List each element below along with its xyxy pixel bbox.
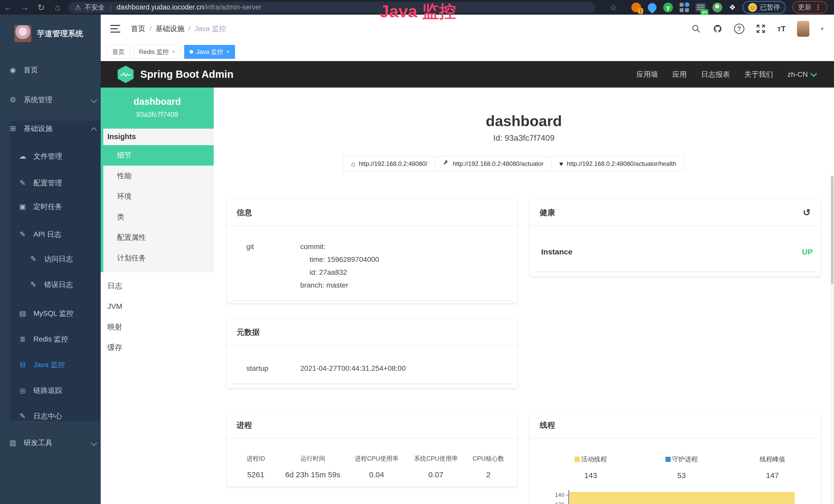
annotation-java-monitor: Java 监控: [380, 0, 456, 23]
sba-item-mappings[interactable]: 映射: [101, 317, 214, 337]
sidebar-item-system[interactable]: ⚙系统管理: [0, 91, 108, 109]
threads-chart-plot: [568, 490, 795, 504]
sidebar-item-infra[interactable]: ⊞基础设施: [0, 119, 108, 138]
url-host[interactable]: dashboard.yudao.iocoder.cn: [117, 3, 204, 11]
address-bar[interactable]: ⚠ 不安全 | dashboard.yudao.iocoder.cn/infra…: [68, 2, 595, 13]
metadata-key: startup: [246, 362, 300, 375]
content-scrollbar[interactable]: [830, 175, 834, 504]
sba-nav-wallboard[interactable]: 应用墙: [636, 70, 658, 79]
sidebar-item-dev-tools[interactable]: ▥研发工具: [0, 434, 108, 452]
page-header: 首页 / 基础设施 / Java 监控 ? тT ▾: [101, 15, 834, 43]
app-title: 芋道管理系统: [37, 28, 83, 39]
update-label: 更新: [798, 3, 811, 12]
extension-y-icon[interactable]: y: [663, 3, 673, 12]
sba-nav-applications[interactable]: 应用: [673, 70, 687, 79]
extension-grid-icon[interactable]: [680, 3, 689, 12]
extension-orange-icon[interactable]: 1: [631, 3, 641, 12]
screenshot-root: ← → ↻ ⌂ ⚠ 不安全 | dashboard.yudao.iocoder.…: [0, 0, 834, 504]
sba-language-select[interactable]: zh-CN: [788, 70, 816, 78]
sba-instance-header[interactable]: dashboard 93a3fc7f7409: [101, 88, 214, 129]
sba-item-details[interactable]: 细节: [101, 145, 214, 166]
app-logo-row[interactable]: 芋道管理系统: [0, 18, 101, 49]
sba-item-config-props[interactable]: 配置属性: [101, 227, 214, 248]
metadata-row-divider: [232, 375, 512, 384]
browser-forward-icon[interactable]: →: [17, 2, 33, 12]
instance-title: dashboard: [214, 112, 834, 130]
sba-brand-title[interactable]: Spring Boot Admin: [140, 69, 234, 80]
sba-instance-id: 93a3fc7f7409: [101, 107, 214, 119]
sidebar-item-api-logs[interactable]: ✎API 日志: [0, 225, 118, 244]
sidebar-fold-icon[interactable]: [110, 25, 120, 32]
browser-reload-icon[interactable]: ↻: [33, 2, 49, 13]
active-group-strip: [101, 88, 103, 272]
sidebar-item-files[interactable]: ☁文件管理: [0, 147, 118, 166]
process-col-system-cpu: 系统CPU使用率 0.07: [407, 455, 466, 479]
sba-item-logs[interactable]: 日志: [101, 275, 214, 296]
help-icon[interactable]: ?: [734, 24, 744, 34]
endpoint-actuator-link[interactable]: http://192.168.0.2:48080/actuator: [435, 156, 552, 171]
endpoint-home-link[interactable]: ⌂ http://192.168.0.2:48080/: [343, 156, 435, 171]
profile-paused-pill[interactable]: ☺ 已暂停: [743, 1, 786, 14]
sba-item-caches[interactable]: 缓存: [101, 337, 214, 358]
endpoint-health-link[interactable]: ♥ http://192.168.0.2:48080/actuator/heal…: [551, 156, 684, 171]
close-icon[interactable]: ×: [172, 48, 175, 55]
scrollbar-thumb[interactable]: [831, 176, 833, 284]
sba-item-jvm[interactable]: JVM: [101, 296, 214, 317]
extension-person-icon[interactable]: [712, 3, 722, 12]
security-label[interactable]: 不安全: [85, 3, 105, 12]
search-icon[interactable]: [691, 24, 701, 34]
java-monitor-icon: ⊟: [18, 356, 28, 374]
sba-item-environment[interactable]: 环境: [101, 186, 214, 207]
sba-item-metrics[interactable]: 性能: [101, 166, 214, 186]
info-card-title: 信息: [227, 200, 517, 226]
app-sidebar: 芋道管理系统 ◉首页 ⚙系统管理 ⊞基础设施 ☁文件管理 ✎配置管理 ▣定时任务…: [0, 15, 101, 504]
font-size-icon[interactable]: тT: [777, 24, 786, 33]
sba-nav-about[interactable]: 关于我们: [744, 70, 773, 79]
breadcrumb-home[interactable]: 首页: [131, 24, 146, 33]
tab-home[interactable]: 首页: [107, 45, 130, 59]
history-icon[interactable]: ↺: [803, 207, 811, 218]
sidebar-item-home[interactable]: ◉首页: [0, 61, 108, 79]
instance-id-line: Id: 93a3fc7f7409: [214, 133, 834, 143]
close-icon[interactable]: ×: [226, 48, 229, 55]
browser-update-button[interactable]: 更新 ⋮: [792, 1, 827, 14]
sidebar-item-mysql-monitor[interactable]: ▤MySQL 监控: [0, 304, 118, 323]
insecure-warning-icon: ⚠: [75, 3, 81, 11]
tab-redis-monitor[interactable]: Redis 监控 ×: [134, 45, 180, 59]
error-log-icon: ✎: [28, 275, 39, 294]
sidebar-item-scheduled-jobs[interactable]: ▣定时任务: [0, 198, 118, 216]
process-col-pid: 进程ID 5261: [233, 455, 279, 479]
sba-item-classes[interactable]: 类: [101, 207, 214, 227]
home-icon: ⌂: [351, 160, 355, 168]
health-instance-label[interactable]: Instance: [541, 248, 572, 256]
browser-home-icon[interactable]: ⌂: [49, 2, 66, 12]
sidebar-item-log-center[interactable]: ✎日志中心: [0, 407, 118, 426]
tab-java-monitor[interactable]: Java 监控 ×: [184, 45, 235, 59]
github-icon[interactable]: [712, 24, 723, 34]
extension-list-icon[interactable]: on: [696, 3, 706, 12]
extensions-puzzle-icon[interactable]: ❖: [729, 3, 736, 12]
sidebar-item-java-monitor[interactable]: ⊟Java 监控: [0, 356, 118, 374]
spring-boot-admin-logo-icon[interactable]: [118, 66, 134, 83]
legend-live-threads[interactable]: 活动线程 143: [545, 455, 636, 480]
user-avatar[interactable]: [797, 21, 809, 37]
sba-content: dashboard Id: 93a3fc7f7409 ⌂ http://192.…: [214, 88, 834, 504]
breadcrumb-infra[interactable]: 基础设施: [156, 24, 184, 33]
browser-toolbar-right: ☆ 1 y on ❖ ☺ 已暂停 更新 ⋮: [610, 1, 834, 14]
sba-nav-journal[interactable]: 日志报表: [701, 70, 730, 79]
user-menu-caret-icon[interactable]: ▾: [821, 25, 824, 32]
sidebar-item-redis-monitor[interactable]: ≣Redis 监控: [0, 330, 118, 348]
extension-pin-icon[interactable]: [646, 1, 658, 13]
bookmark-star-icon[interactable]: ☆: [610, 3, 617, 12]
url-path[interactable]: /infra/admin-server: [204, 3, 262, 11]
heart-pulse-icon: ♥: [559, 160, 563, 168]
sidebar-item-config[interactable]: ✎配置管理: [0, 174, 118, 192]
sba-item-scheduled-tasks[interactable]: 计划任务: [101, 248, 214, 268]
sidebar-item-tracing[interactable]: ◎链路追踪: [0, 381, 118, 400]
legend-daemon-threads[interactable]: 守护进程 53: [636, 455, 727, 480]
browser-back-icon[interactable]: ←: [0, 2, 17, 12]
cloud-icon: ☁: [18, 147, 28, 166]
fullscreen-icon[interactable]: [756, 24, 766, 34]
sba-section-insights[interactable]: Insights: [101, 129, 214, 144]
browser-menu-icon[interactable]: ⋮: [814, 3, 822, 12]
